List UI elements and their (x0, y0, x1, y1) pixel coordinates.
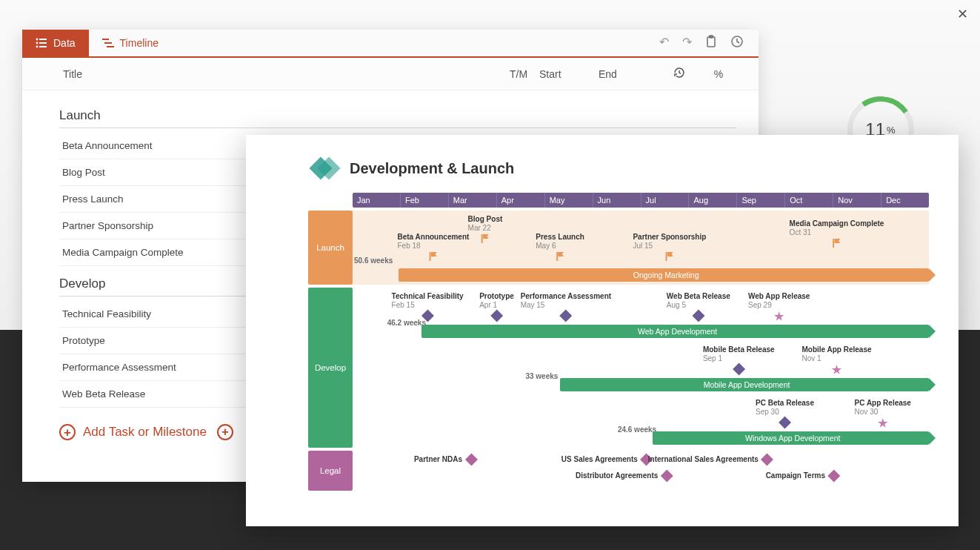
tab-timeline[interactable]: Timeline (89, 30, 172, 56)
svg-rect-7 (104, 42, 112, 44)
milestone[interactable]: PC Beta ReleaseSep 30 (756, 399, 814, 416)
undo-icon[interactable]: ↶ (659, 35, 669, 51)
milestone[interactable]: Beta AnnouncementFeb 18 (397, 233, 469, 250)
milestone[interactable]: Partner NDAs (414, 455, 476, 464)
svg-rect-1 (39, 39, 47, 40)
milestone[interactable]: Web App ReleaseSep 29 (748, 292, 810, 309)
col-title: Title (63, 68, 498, 80)
milestone[interactable]: Mobile App ReleaseNov 1 (801, 345, 871, 362)
tabs-bar: Data Timeline ↶ ↷ (22, 30, 759, 58)
add-task-label: Add Task or Milestone (83, 425, 207, 440)
tab-data[interactable]: Data (22, 30, 89, 56)
milestone[interactable]: Mobile Beta ReleaseSep 1 (703, 345, 775, 362)
diamond-icon (464, 454, 477, 466)
duration-label: 33 weeks (525, 372, 558, 380)
swimlane-label: Develop (308, 288, 353, 448)
month-header: JanFebMarAprMayJunJulAugSepOctNovDec (353, 193, 929, 208)
milestone[interactable]: Performance AssessmentMay 15 (521, 292, 611, 309)
duration-label: 24.6 weeks (618, 425, 656, 434)
svg-point-0 (36, 39, 39, 41)
milestone[interactable]: International Sales Agreements (648, 455, 772, 464)
milestone[interactable]: Technical FeasibilityFeb 15 (392, 292, 464, 309)
swimlane-label: Legal (308, 451, 353, 491)
svg-rect-6 (102, 39, 109, 40)
col-start: Start (539, 68, 599, 80)
svg-rect-3 (39, 42, 47, 44)
group-title[interactable]: Launch (59, 108, 736, 128)
milestone[interactable]: PrototypeApr 1 (479, 292, 514, 309)
plus-circle-icon: + (59, 424, 76, 440)
milestone[interactable]: Campaign Terms (766, 471, 839, 480)
task-bar[interactable]: Mobile App Development (560, 378, 929, 391)
list-icon (36, 38, 47, 48)
add-task-button[interactable]: +Add Task or Milestone (59, 424, 207, 440)
task-bar[interactable]: Ongoing Marketing (399, 268, 929, 282)
close-icon[interactable]: ✕ (957, 6, 968, 22)
redo-icon[interactable]: ↷ (682, 35, 692, 51)
svg-rect-8 (107, 46, 114, 47)
duration-label: 50.6 weeks (354, 256, 393, 265)
svg-rect-9 (707, 37, 715, 47)
gantt-icon (102, 38, 114, 48)
progress-suffix: % (887, 125, 896, 136)
milestone[interactable]: Press LaunchMay 6 (536, 233, 584, 250)
history-icon[interactable] (730, 35, 744, 51)
svg-point-4 (36, 46, 39, 48)
milestone[interactable]: Partner SponsorshipJul 15 (633, 233, 706, 250)
add-secondary-button[interactable]: + (217, 424, 233, 440)
milestone[interactable]: Media Campaign CompleteOct 31 (790, 219, 884, 236)
task-bar[interactable]: Windows App Development (653, 431, 929, 445)
task-bar[interactable]: Web App Development (421, 325, 929, 338)
duration-label: 46.2 weeks (387, 319, 426, 327)
tab-data-label: Data (53, 37, 76, 49)
milestone[interactable]: Distributor Agreements (576, 471, 671, 480)
col-history-icon (658, 66, 701, 82)
milestone[interactable]: PC App ReleaseNov 30 (855, 399, 911, 416)
diamond-icon (828, 470, 841, 483)
timeline-preview: Development & Launch JanFebMarAprMayJunJ… (246, 135, 959, 526)
diamond-icon (661, 470, 673, 483)
col-tm: T/M (498, 68, 539, 80)
clipboard-icon[interactable] (705, 35, 717, 51)
milestone[interactable]: US Sales Agreements (561, 455, 651, 464)
svg-point-2 (36, 42, 39, 44)
col-percent: % (701, 68, 736, 80)
milestone[interactable]: Web Beta ReleaseAug 5 (667, 292, 730, 309)
col-end: End (599, 68, 658, 80)
swimlane-label: Launch (308, 211, 353, 285)
tab-timeline-label: Timeline (120, 37, 159, 49)
svg-rect-10 (710, 36, 713, 38)
diamond-icon (761, 454, 773, 466)
columns-header: Title T/M Start End % (22, 58, 759, 90)
svg-rect-5 (39, 46, 47, 47)
chart-title: Development & Launch (350, 160, 514, 177)
brand-logo-icon (313, 156, 338, 181)
milestone[interactable]: Blog PostMar 22 (468, 215, 503, 232)
